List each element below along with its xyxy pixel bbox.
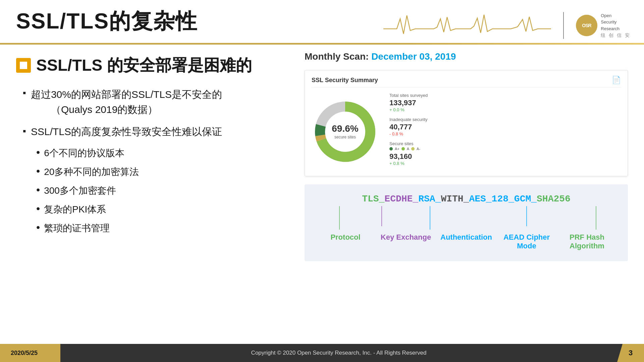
secure-legend: A+ A A-: [389, 147, 621, 151]
total-sites-stat: Total sites surveyed 133,937 + 0.0 %: [389, 93, 621, 112]
main-heading-container: SSL/TLS 的安全部署是困难的: [16, 55, 291, 76]
secure-change: + 0.8 %: [389, 161, 621, 166]
main-heading-text: SSL/TLS 的安全部署是困难的: [36, 55, 252, 76]
donut-sublabel: secure sites: [332, 135, 358, 139]
sub-bullet-3: 300多个加密套件: [36, 184, 291, 197]
ecg-decoration: [383, 12, 551, 39]
sub-bullet-5: 繁琐的证书管理: [36, 222, 291, 235]
inadequate-value: 40,777: [389, 123, 621, 131]
legend-a-plus: [389, 147, 393, 150]
cipher-connectors: [315, 209, 617, 236]
monthly-scan-label: Monthly Scan:: [305, 51, 369, 62]
page-title: SSL/TLS的复杂性: [16, 9, 198, 33]
donut-center: 69.6% secure sites: [332, 124, 358, 139]
monthly-scan-header: Monthly Scan: December 03, 2019: [305, 51, 628, 62]
sub-bullet-4-text: 复杂的PKI体系: [44, 203, 106, 216]
logo-name-en: OpenSecurityResearch: [601, 12, 631, 32]
inadequate-stat: Inadequate security 40,777 - 0.8 %: [389, 117, 621, 136]
ssl-card-body: 69.6% secure sites Total sites surveyed …: [312, 93, 621, 171]
ssl-card-header: SSL Security Summary 📄: [312, 76, 621, 87]
logo-wrapper: OSR OpenSecurityResearch 纽 创 信 安: [576, 12, 631, 39]
primary-bullet-list: 超过30%的网站部署的SSL/TLS是不安全的 （Qualys 2019的数据）…: [16, 87, 291, 139]
bullet-item-1: 超过30%的网站部署的SSL/TLS是不安全的 （Qualys 2019的数据）: [23, 87, 291, 117]
logo-icon: OSR: [576, 15, 597, 36]
cipher-with: WITH_: [441, 194, 469, 204]
sub-bullet-list: 6个不同的协议版本 20多种不同的加密算法 300多个加密套件 复杂的PKI体系…: [16, 147, 291, 235]
header-right: OSR OpenSecurityResearch 纽 创 信 安: [383, 9, 631, 39]
donut-percent: 69.6%: [332, 124, 358, 133]
sub-bullet-3-text: 300多个加密套件: [44, 184, 116, 197]
secure-label: Secure sites: [389, 141, 621, 146]
content-area: SSL/TLS 的安全部署是困难的 超过30%的网站部署的SSL/TLS是不安全…: [0, 45, 644, 319]
cipher-labels-area: Protocol Key Exchange Authentication AEA…: [315, 209, 617, 250]
footer-right: 3: [617, 344, 644, 362]
cipher-string: TLS_ECDHE_RSA_WITH_AES_128_GCM_SHA256: [315, 194, 617, 204]
left-column: SSL/TLS 的安全部署是困难的 超过30%的网站部署的SSL/TLS是不安全…: [16, 51, 291, 319]
bullet-item-2: SSL/TLS的高度复杂性导致安全性难以保证: [23, 125, 291, 139]
sub-bullet-1-text: 6个不同的协议版本: [44, 147, 124, 160]
bullet-1-text: 超过30%的网站部署的SSL/TLS是不安全的 （Qualys 2019的数据）: [31, 87, 222, 117]
checkbox-icon: [16, 58, 31, 73]
inadequate-change: - 0.8 %: [389, 131, 621, 136]
footer: 2020/5/25 Copyright © 2020 Open Security…: [0, 344, 644, 362]
total-sites-value: 133,937: [389, 99, 621, 107]
header: SSL/TLS的复杂性 OSR OpenSecurityResearch: [0, 0, 644, 39]
right-column: Monthly Scan: December 03, 2019 SSL Secu…: [305, 51, 628, 319]
cipher-aes: AES_128_: [469, 194, 514, 204]
document-icon: 📄: [612, 76, 621, 84]
legend-a: [401, 147, 405, 150]
cipher-gcm: GCM_: [514, 194, 537, 204]
footer-date: 2020/5/25: [11, 350, 38, 357]
secure-stat: Secure sites A+ A A- 93,160 + 0.8 %: [389, 141, 621, 166]
svg-text:OSR: OSR: [582, 23, 592, 28]
inadequate-label: Inadequate security: [389, 117, 621, 122]
total-sites-change: + 0.0 %: [389, 107, 621, 112]
sub-bullet-4: 复杂的PKI体系: [36, 203, 291, 216]
sub-bullet-5-text: 繁琐的证书管理: [44, 222, 110, 235]
legend-a-minus: [411, 147, 415, 150]
footer-page: 3: [629, 349, 633, 357]
sub-bullet-2: 20多种不同的加密算法: [36, 166, 291, 178]
bullet-2-text: SSL/TLS的高度复杂性导致安全性难以保证: [31, 125, 222, 139]
cipher-rsa: RSA_: [418, 194, 441, 204]
sub-bullet-1: 6个不同的协议版本: [36, 147, 291, 160]
footer-copyright: Copyright © 2020 Open Security Research,…: [251, 350, 427, 356]
footer-left: 2020/5/25: [0, 344, 60, 362]
ssl-summary-card: SSL Security Summary 📄: [305, 70, 628, 176]
total-sites-label: Total sites surveyed: [389, 93, 621, 98]
cipher-sha: SHA256: [537, 194, 571, 204]
monthly-scan-date: December 03, 2019: [371, 51, 456, 62]
sub-bullet-2-text: 20多种不同的加密算法: [44, 166, 139, 178]
donut-chart: 69.6% secure sites: [312, 98, 379, 165]
cipher-ecdhe: ECDHE_: [384, 194, 418, 204]
ssl-card-title: SSL Security Summary: [312, 77, 378, 84]
logo-name-cn: 纽 创 信 安: [601, 33, 631, 39]
footer-center: Copyright © 2020 Open Security Research,…: [60, 350, 617, 356]
secure-value: 93,160: [389, 152, 621, 161]
cipher-diagram: TLS_ECDHE_RSA_WITH_AES_128_GCM_SHA256: [305, 184, 628, 261]
ssl-stats: Total sites surveyed 133,937 + 0.0 % Ina…: [389, 93, 621, 171]
header-divider: [563, 12, 564, 39]
cipher-tls: TLS_: [362, 194, 384, 204]
